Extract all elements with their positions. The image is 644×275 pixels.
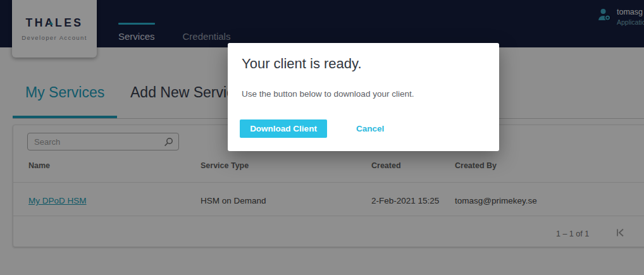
dialog-title: Your client is ready. (242, 56, 362, 72)
download-client-button[interactable]: Download Client (240, 119, 327, 138)
client-ready-dialog: Your client is ready. Use the button bel… (228, 43, 499, 151)
dialog-message: Use the button below to download your cl… (242, 89, 414, 99)
cancel-button[interactable]: Cancel (351, 119, 389, 138)
page: THALES Developer Account Services Creden… (0, 0, 644, 275)
